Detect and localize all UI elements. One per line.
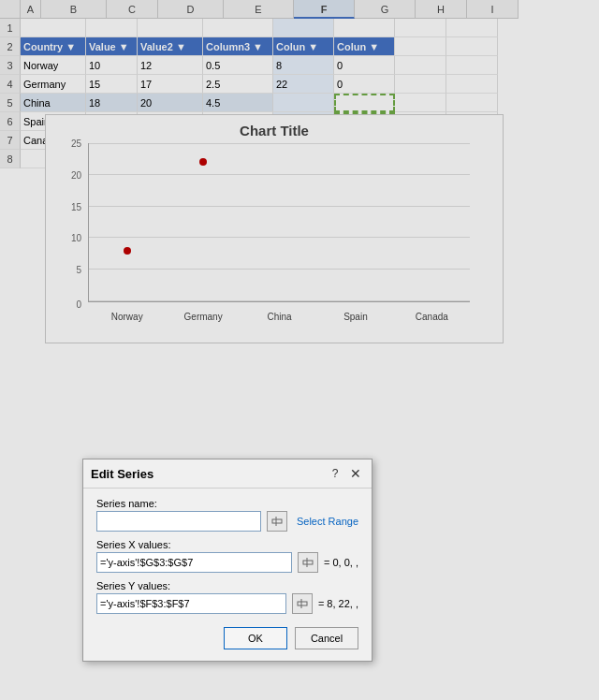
dialog-titlebar: Edit Series ? ✕ — [83, 459, 372, 489]
series-name-range-btn[interactable] — [267, 511, 287, 532]
series-name-input[interactable] — [96, 511, 261, 532]
series-x-row: Series X values: = 0, 0, , — [96, 539, 358, 573]
collapse-icon-y — [297, 598, 308, 609]
collapse-icon-x — [302, 557, 314, 568]
svg-rect-0 — [272, 519, 282, 523]
dialog-overlay: Edit Series ? ✕ Series name: S — [0, 0, 599, 700]
dialog-controls: ? ✕ — [327, 465, 364, 482]
collapse-icon — [271, 516, 283, 527]
svg-rect-4 — [298, 602, 307, 605]
series-name-label: Series name: — [96, 498, 358, 509]
series-name-row: Series name: Select Range — [96, 498, 358, 532]
series-name-inline: Select Range — [96, 511, 358, 532]
ok-button[interactable]: OK — [224, 627, 287, 649]
series-y-equals: = 8, 22, , — [318, 598, 358, 609]
series-y-label: Series Y values: — [96, 580, 358, 591]
dialog-body: Series name: Select Range Series X value… — [83, 489, 372, 661]
svg-rect-2 — [303, 561, 313, 564]
series-y-row: Series Y values: = 8, 22, , — [96, 580, 358, 614]
dialog-close-button[interactable]: ✕ — [347, 465, 364, 482]
series-x-label: Series X values: — [96, 539, 358, 550]
series-y-inline: = 8, 22, , — [96, 593, 358, 614]
series-x-inline: = 0, 0, , — [96, 552, 358, 573]
select-range-link[interactable]: Select Range — [297, 516, 358, 527]
series-y-range-btn[interactable] — [292, 593, 313, 614]
dialog-help-button[interactable]: ? — [327, 465, 343, 482]
series-x-equals: = 0, 0, , — [324, 557, 358, 568]
series-x-input[interactable] — [96, 552, 292, 573]
series-x-range-btn[interactable] — [298, 552, 318, 573]
edit-series-dialog: Edit Series ? ✕ Series name: S — [82, 459, 373, 662]
dialog-title: Edit Series — [91, 467, 153, 481]
dialog-buttons: OK Cancel — [96, 623, 358, 651]
cancel-button[interactable]: Cancel — [295, 627, 358, 649]
series-y-input[interactable] — [96, 593, 286, 614]
